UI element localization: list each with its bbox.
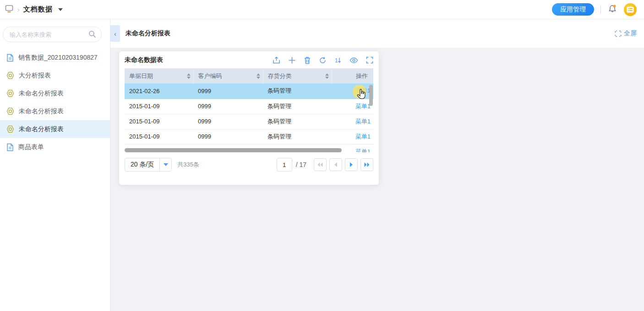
fullscreen-label: 全屏 xyxy=(624,29,637,38)
svg-text:1: 1 xyxy=(335,57,338,64)
sidebar: 销售数据_20210203190827 大分析报表 未命名分析报表 未命名分析报… xyxy=(0,19,110,311)
document-icon xyxy=(6,54,14,62)
pagination: 20 条/页 共335条 / 17 xyxy=(125,158,373,172)
column-header-date[interactable]: 单据日期 xyxy=(125,68,193,83)
breadcrumb-chevron-icon: › xyxy=(17,6,20,13)
fullscreen-button[interactable]: 全屏 xyxy=(615,29,637,38)
page-size-value: 20 条/页 xyxy=(125,158,159,171)
fullscreen-icon xyxy=(615,30,622,37)
avatar[interactable] xyxy=(624,3,637,16)
sort-icon[interactable] xyxy=(325,73,329,79)
page-number-input[interactable] xyxy=(277,158,292,172)
sidebar-item-big-analysis-report[interactable]: 大分析报表 xyxy=(0,67,110,84)
sidebar-item-product-form[interactable]: 商品表单 xyxy=(0,138,110,156)
back-button[interactable]: ‹ xyxy=(110,25,120,42)
breadcrumb-title[interactable]: 文档数据 xyxy=(23,5,53,14)
sort-icon[interactable] xyxy=(187,73,191,79)
sidebar-item-unnamed-report-1[interactable]: 未命名分析报表 xyxy=(0,84,110,102)
sidebar-item-unnamed-report-2[interactable]: 未命名分析报表 xyxy=(0,102,110,120)
chevron-down-icon[interactable] xyxy=(58,8,63,11)
previous-page-button[interactable] xyxy=(329,158,342,171)
monitor-icon[interactable] xyxy=(5,4,14,15)
sidebar-item-label: 未命名分析报表 xyxy=(19,107,64,116)
chevron-right-icon xyxy=(349,162,353,167)
page-title: 未命名分析报表 xyxy=(126,29,170,38)
table-row[interactable]: 2015-01-09 0999 条码管理 菜单1 xyxy=(125,99,373,114)
refresh-icon[interactable] xyxy=(319,56,327,64)
hand-cursor-icon xyxy=(356,89,367,102)
double-chevron-left-icon xyxy=(317,162,323,167)
total-pages-label: / 17 xyxy=(296,161,306,168)
sidebar-item-label: 未命名分析报表 xyxy=(19,125,64,133)
form-list-icon xyxy=(627,6,634,13)
sidebar-item-label: 销售数据_20210203190827 xyxy=(18,54,98,62)
chevron-down-icon xyxy=(164,163,168,166)
panel-title: 未命名数据表 xyxy=(125,56,163,64)
data-table-panel: 未命名数据表 xyxy=(119,51,379,185)
analysis-report-icon xyxy=(6,107,14,115)
page-size-dropdown[interactable] xyxy=(159,158,171,171)
row-action-link[interactable]: 菜单1 xyxy=(355,103,371,110)
sort-order-icon[interactable]: 1 xyxy=(334,56,342,64)
sort-icon[interactable] xyxy=(257,73,260,79)
next-page-button[interactable] xyxy=(345,158,358,171)
topbar: › 文档数据 应用管理 xyxy=(0,0,644,19)
divider xyxy=(600,6,601,14)
row-action-link[interactable]: 菜单1 xyxy=(355,118,371,125)
last-page-button[interactable] xyxy=(360,158,373,171)
app-manage-button[interactable]: 应用管理 xyxy=(552,3,594,16)
delete-icon[interactable] xyxy=(304,56,311,64)
search-icon[interactable] xyxy=(88,30,96,40)
chevron-left-icon xyxy=(334,162,338,167)
sidebar-item-sales-data[interactable]: 销售数据_20210203190827 xyxy=(0,49,110,67)
analysis-report-icon xyxy=(6,125,14,133)
total-count-label: 共335条 xyxy=(177,161,199,169)
vertical-scrollbar[interactable] xyxy=(369,85,373,106)
search-input[interactable] xyxy=(3,27,102,42)
analysis-report-icon xyxy=(6,72,14,79)
add-icon[interactable] xyxy=(288,56,296,64)
content-area: 未命名数据表 xyxy=(110,48,644,311)
column-header-customer[interactable]: 客户编码 xyxy=(193,68,263,83)
sidebar-item-label: 商品表单 xyxy=(18,143,44,151)
double-chevron-right-icon xyxy=(364,162,370,167)
table-header-row: 单据日期 客户编码 存货分类 xyxy=(125,68,373,83)
eye-icon[interactable] xyxy=(349,57,358,64)
table-row[interactable]: 2021-02-26 0999 条码管理 菜单1 xyxy=(125,83,373,99)
main-area: ‹ 未命名分析报表 全屏 未命名数据表 xyxy=(110,19,644,311)
horizontal-scrollbar[interactable] xyxy=(125,148,342,152)
first-page-button[interactable] xyxy=(314,158,327,171)
main-header: ‹ 未命名分析报表 全屏 xyxy=(110,19,644,48)
table-row[interactable]: 2015-01-09 0999 条码管理 菜单1 xyxy=(125,129,373,144)
row-action-link[interactable]: 菜单1 xyxy=(355,133,371,140)
column-header-action: 操作 xyxy=(332,68,373,83)
table-row[interactable]: 2015-01-09 0999 条码管理 菜单1 xyxy=(125,114,373,129)
export-icon[interactable] xyxy=(273,56,280,64)
sidebar-item-unnamed-report-3-selected[interactable]: 未命名分析报表 xyxy=(0,120,110,138)
column-header-category[interactable]: 存货分类 xyxy=(263,68,332,83)
document-icon xyxy=(6,143,14,151)
sidebar-item-label: 未命名分析报表 xyxy=(19,89,64,98)
notification-bell-icon[interactable] xyxy=(607,4,617,16)
data-table: 单据日期 客户编码 存货分类 xyxy=(125,68,373,152)
analysis-report-icon xyxy=(6,89,14,97)
sidebar-item-label: 大分析报表 xyxy=(19,72,51,80)
row-action-link[interactable]: 菜单1 xyxy=(355,148,371,153)
panel-fullscreen-icon[interactable] xyxy=(366,56,373,64)
page-size-select[interactable]: 20 条/页 xyxy=(125,158,172,172)
